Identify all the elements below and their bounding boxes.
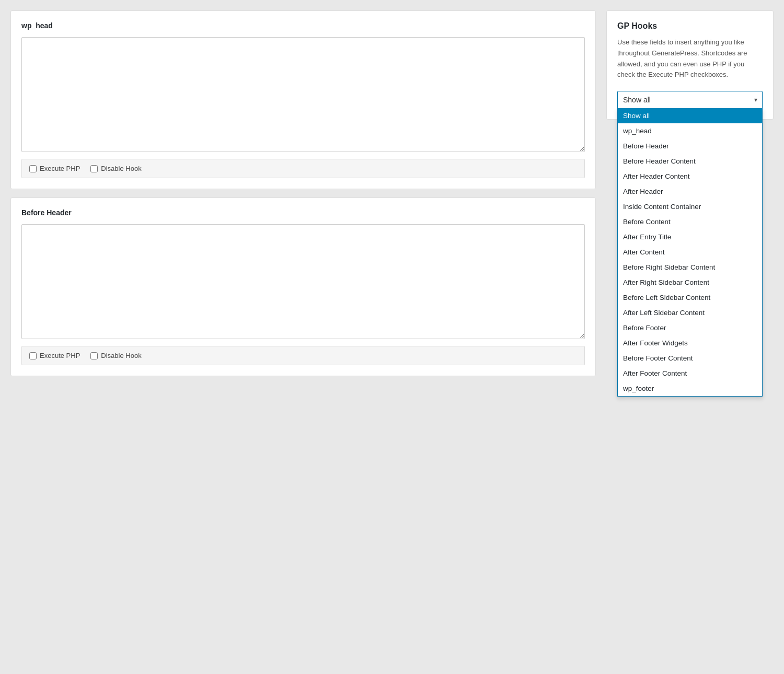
dropdown-option-5[interactable]: After Header: [618, 184, 762, 199]
dropdown-option-7[interactable]: Before Content: [618, 214, 762, 229]
dropdown-option-17[interactable]: After Footer Content: [618, 366, 762, 381]
execute-php-checkbox-1[interactable]: [29, 165, 37, 172]
execute-php-label-1[interactable]: Execute PHP: [29, 165, 80, 172]
execute-php-text-2: Execute PHP: [40, 352, 80, 359]
dropdown-option-6[interactable]: Inside Content Container: [618, 199, 762, 214]
dropdown-wrapper: Show allwp_headBefore HeaderBefore Heade…: [617, 91, 763, 109]
dropdown-option-0[interactable]: Show all: [618, 108, 762, 123]
disable-hook-checkbox-1[interactable]: [90, 165, 98, 172]
filter-dropdown[interactable]: Show allwp_headBefore HeaderBefore Heade…: [617, 91, 763, 109]
dropdown-option-2[interactable]: Before Header: [618, 138, 762, 154]
dropdown-option-4[interactable]: After Header Content: [618, 169, 762, 184]
sidebar-description: Use these fields to insert anything you …: [617, 37, 763, 80]
hook-textarea-before-header[interactable]: [21, 224, 585, 339]
dropdown-option-10[interactable]: Before Right Sidebar Content: [618, 260, 762, 275]
right-sidebar: GP Hooks Use these fields to insert anyt…: [606, 10, 774, 376]
dropdown-option-11[interactable]: After Right Sidebar Content: [618, 275, 762, 290]
hook-title-before-header: Before Header: [21, 208, 585, 217]
hook-footer-before-header: Execute PHP Disable Hook: [21, 346, 585, 365]
sidebar-title: GP Hooks: [617, 21, 763, 31]
dropdown-option-18[interactable]: wp_footer: [618, 381, 762, 396]
execute-php-text-1: Execute PHP: [40, 165, 80, 172]
disable-hook-text-1: Disable Hook: [101, 165, 141, 172]
hook-title-wp-head: wp_head: [21, 21, 585, 30]
disable-hook-label-2[interactable]: Disable Hook: [90, 352, 141, 359]
hook-card-before-header: Before Header Execute PHP Disable Hook: [10, 197, 596, 376]
hook-footer-wp-head: Execute PHP Disable Hook: [21, 159, 585, 178]
dropdown-container: Show allwp_headBefore HeaderBefore Heade…: [617, 91, 763, 109]
disable-hook-text-2: Disable Hook: [101, 352, 141, 359]
execute-php-label-2[interactable]: Execute PHP: [29, 352, 80, 359]
hook-textarea-wp-head[interactable]: [21, 37, 585, 152]
execute-php-checkbox-2[interactable]: [29, 352, 37, 359]
dropdown-option-1[interactable]: wp_head: [618, 123, 762, 138]
main-content: wp_head Execute PHP Disable Hook Before …: [10, 10, 596, 376]
dropdown-option-9[interactable]: After Content: [618, 245, 762, 260]
dropdown-option-13[interactable]: After Left Sidebar Content: [618, 305, 762, 320]
dropdown-list: Show allwp_headBefore HeaderBefore Heade…: [617, 108, 763, 397]
page-wrapper: wp_head Execute PHP Disable Hook Before …: [0, 0, 784, 387]
dropdown-option-12[interactable]: Before Left Sidebar Content: [618, 290, 762, 305]
hook-card-wp-head: wp_head Execute PHP Disable Hook: [10, 10, 596, 189]
disable-hook-checkbox-2[interactable]: [90, 352, 98, 359]
disable-hook-label-1[interactable]: Disable Hook: [90, 165, 141, 172]
dropdown-option-3[interactable]: Before Header Content: [618, 154, 762, 169]
dropdown-option-15[interactable]: After Footer Widgets: [618, 335, 762, 351]
dropdown-option-14[interactable]: Before Footer: [618, 320, 762, 335]
dropdown-option-16[interactable]: Before Footer Content: [618, 351, 762, 366]
sidebar-card: GP Hooks Use these fields to insert anyt…: [606, 10, 774, 120]
dropdown-option-8[interactable]: After Entry Title: [618, 229, 762, 245]
